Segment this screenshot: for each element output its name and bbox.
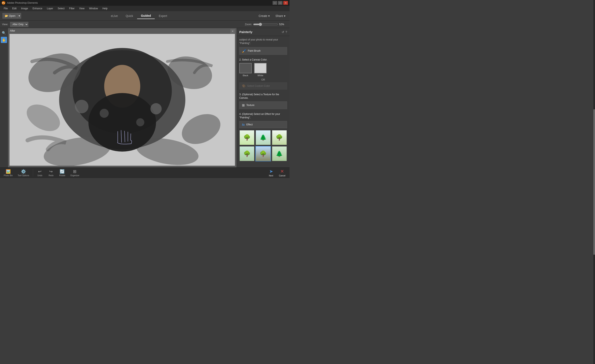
bottom-divider-1: [33, 169, 33, 177]
tab-elive[interactable]: eLive: [107, 13, 121, 19]
undo-icon: ↩: [38, 169, 42, 174]
photo-bin-icon: 🖼️: [6, 169, 11, 174]
white-swatch: [254, 63, 267, 73]
effect-thumb-6[interactable]: 🌲: [272, 146, 287, 161]
photo-canvas: [9, 34, 235, 166]
photo-bin-tool[interactable]: 🖼️ Photo Bin: [2, 168, 15, 178]
photo-bin-label: Photo Bin: [4, 174, 13, 177]
tool-options-tool[interactable]: ⚙️ Tool Options: [15, 168, 31, 178]
svg-point-14: [136, 118, 144, 126]
or-divider: OR: [239, 78, 287, 81]
menu-bar: File Edit Image Enhance Layer Select Fil…: [0, 6, 290, 11]
create-button[interactable]: Create ▾: [257, 13, 271, 19]
title-bar-left: Ps Adobe Photoshop Elements: [2, 1, 38, 5]
cancel-button[interactable]: ✕ Cancel: [276, 168, 288, 178]
view-select[interactable]: After Only: [10, 22, 28, 27]
close-window-button[interactable]: ✕: [283, 1, 288, 5]
effect-thumb-2[interactable]: 🌲: [255, 130, 271, 145]
effect-button[interactable]: fx Effect: [239, 121, 287, 128]
white-color-option[interactable]: White: [254, 63, 267, 77]
canvas-area: After ×: [8, 28, 237, 167]
redo-tool[interactable]: ↪ Redo: [46, 168, 56, 178]
paint-brush-button[interactable]: 🖌️ Paint Brush: [239, 47, 287, 55]
tab-quick[interactable]: Quick: [122, 13, 137, 19]
panel-refresh-button[interactable]: ↺: [282, 30, 284, 34]
menu-help[interactable]: Help: [100, 7, 110, 11]
menu-view[interactable]: View: [77, 7, 87, 11]
maximize-button[interactable]: □: [278, 1, 283, 5]
step4-section: 4. (Optional) Select an Effect for your …: [239, 112, 287, 161]
zoom-slider[interactable]: [253, 23, 278, 26]
menu-image[interactable]: Image: [19, 7, 30, 11]
step3-title: 3. (Optional) Select a Texture for the C…: [239, 93, 287, 100]
redo-label: Redo: [49, 174, 54, 177]
title-bar-controls[interactable]: ─ □ ✕: [273, 1, 288, 5]
menu-layer[interactable]: Layer: [45, 7, 55, 11]
share-label: Share: [276, 14, 283, 18]
menu-edit[interactable]: Edit: [10, 7, 19, 11]
tab-expert[interactable]: Expert: [155, 13, 171, 19]
panel-body: subject of your photo to reveal your "Pa…: [237, 36, 290, 167]
zoom-value: 52%: [279, 23, 287, 26]
top-right-controls: Create ▾ Share ▾: [257, 13, 287, 19]
panel-help-button[interactable]: ?: [285, 30, 287, 34]
effect-thumb-5[interactable]: 🌳: [255, 146, 271, 161]
rotate-tool[interactable]: 🔄 Rotate: [57, 168, 67, 178]
texture-button[interactable]: ⊞ Texture: [239, 101, 287, 109]
organizer-label: Organizer: [70, 174, 79, 177]
canvas-close-button[interactable]: ×: [230, 29, 235, 34]
black-color-option[interactable]: Black: [239, 63, 252, 77]
effect-thumb-1[interactable]: 🌳: [239, 130, 255, 145]
custom-color-icon: 🎨: [242, 84, 246, 88]
undo-tool[interactable]: ↩ Undo: [35, 168, 45, 178]
menu-enhance[interactable]: Enhance: [30, 7, 44, 11]
organizer-tool[interactable]: ⊞ Organizer: [68, 168, 81, 178]
mode-tabs: eLive Quick Guided Expert: [107, 13, 171, 19]
app-icon: Ps: [2, 1, 5, 5]
rotate-label: Rotate: [59, 174, 65, 177]
tool-options-label: Tool Options: [18, 174, 29, 177]
menu-filter[interactable]: Filter: [67, 7, 77, 11]
search-tool-button[interactable]: 🔍: [1, 30, 7, 36]
panel-header: Painterly ↺ ?: [237, 28, 290, 36]
next-label: Next: [269, 175, 273, 177]
tree-icon-3: 🌳: [276, 134, 283, 141]
effect-thumb-3[interactable]: 🌳: [272, 130, 287, 145]
share-dropdown-icon: ▾: [284, 14, 285, 18]
share-button[interactable]: Share ▾: [274, 13, 287, 19]
next-button[interactable]: ➤ Next: [266, 168, 276, 178]
step3-section: 3. (Optional) Select a Texture for the C…: [239, 93, 287, 109]
left-toolbar: 🔍 ✋: [0, 28, 8, 167]
view-toolbar: View: After Only Zoom: 52%: [0, 21, 290, 28]
effect-thumb-4[interactable]: 🌳: [239, 146, 255, 161]
open-dropdown-button[interactable]: ▾: [18, 13, 21, 19]
undo-label: Undo: [37, 174, 42, 177]
menu-window[interactable]: Window: [87, 7, 100, 11]
effect-label: Effect: [246, 123, 253, 126]
custom-color-button[interactable]: 🎨 Select Custom Color: [239, 82, 287, 89]
hand-tool-button[interactable]: ✋: [1, 37, 7, 43]
minimize-button[interactable]: ─: [273, 1, 277, 5]
right-panel: Painterly ↺ ? subject of your photo to r…: [237, 28, 290, 167]
menu-file[interactable]: File: [2, 7, 10, 11]
svg-point-12: [100, 109, 109, 118]
panel-title: Painterly: [239, 30, 252, 34]
tool-options-icon: ⚙️: [21, 169, 26, 174]
bottom-right-actions: ➤ Next ✕ Cancel: [266, 168, 288, 178]
open-button[interactable]: 📂 Open: [2, 13, 18, 19]
tab-guided[interactable]: Guided: [137, 13, 155, 19]
effect-fx-icon: fx: [242, 123, 245, 126]
tree-icon-4: 🌳: [243, 150, 251, 157]
step4-title: 4. (Optional) Select an Effect for your …: [239, 112, 287, 119]
texture-label: Texture: [246, 104, 254, 107]
menu-select[interactable]: Select: [56, 7, 67, 11]
cancel-icon: ✕: [280, 169, 284, 174]
canvas-label: After: [10, 29, 15, 32]
view-label: View:: [2, 23, 8, 26]
svg-point-10: [89, 93, 156, 151]
panel-description: subject of your photo to reveal your "Pa…: [239, 38, 287, 45]
black-swatch: [239, 63, 252, 73]
organizer-icon: ⊞: [73, 169, 77, 174]
next-icon: ➤: [269, 169, 273, 174]
tree-icon-1: 🌳: [243, 134, 251, 141]
